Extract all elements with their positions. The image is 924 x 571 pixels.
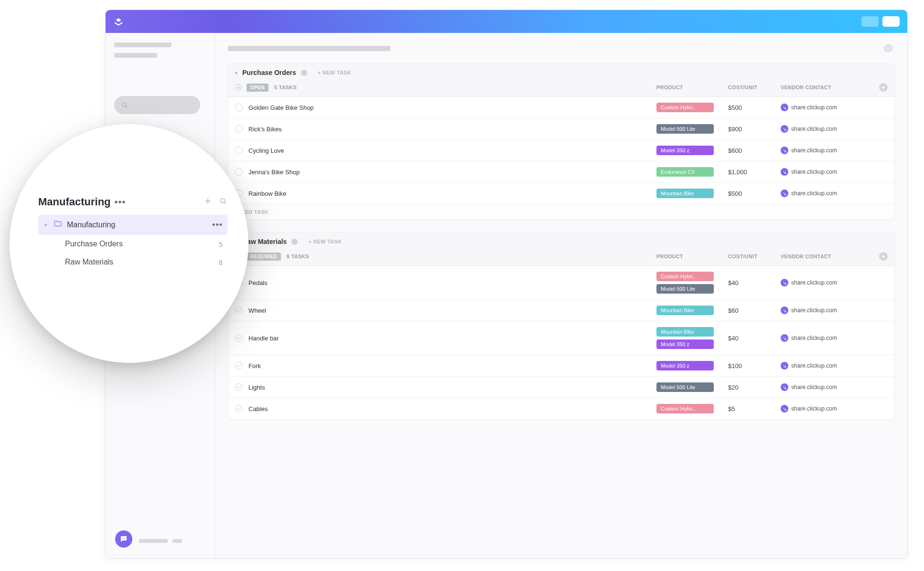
product-tag[interactable]: Mountain Bike: [656, 327, 714, 337]
vendor-cell[interactable]: ↘share.clickup.com: [781, 405, 876, 412]
product-tag[interactable]: Model 350 z: [656, 361, 714, 370]
task-row[interactable]: Cycling LoveModel 350 z$600↘share.clicku…: [228, 139, 894, 161]
product-cell[interactable]: Custom Hybri...Model 500 Lite: [656, 272, 728, 294]
vendor-cell[interactable]: ↘share.clickup.com: [781, 279, 876, 286]
task-row[interactable]: LightsModel 500 Lite$20↘share.clickup.co…: [228, 376, 894, 398]
check-icon[interactable]: [235, 168, 243, 176]
cost-cell[interactable]: $600: [728, 147, 781, 154]
vendor-link[interactable]: share.clickup.com: [791, 362, 837, 369]
product-cell[interactable]: Endurance C3: [656, 167, 728, 177]
product-cell[interactable]: Model 500 Lite: [656, 124, 728, 134]
cost-cell[interactable]: $500: [728, 104, 781, 111]
task-row[interactable]: Golden Gate Bike ShopCustom Hybri...$500…: [228, 96, 894, 118]
info-icon[interactable]: [301, 70, 307, 76]
chat-fab[interactable]: [115, 530, 132, 548]
vendor-link[interactable]: share.clickup.com: [791, 126, 837, 132]
check-icon[interactable]: [235, 334, 243, 342]
sidebar-search[interactable]: [114, 96, 200, 114]
vendor-link[interactable]: share.clickup.com: [791, 279, 837, 286]
product-cell[interactable]: Custom Hybri...: [656, 103, 728, 112]
vendor-link[interactable]: share.clickup.com: [791, 147, 837, 154]
check-icon[interactable]: [235, 307, 243, 314]
more-icon[interactable]: •••: [212, 220, 223, 230]
cost-cell[interactable]: $20: [728, 384, 781, 391]
vendor-link[interactable]: share.clickup.com: [791, 335, 837, 341]
product-tag[interactable]: Model 350 z: [656, 339, 714, 349]
vendor-cell[interactable]: ↘share.clickup.com: [781, 168, 876, 176]
sidebar-list-raw-materials[interactable]: Raw Materials 8: [38, 253, 227, 271]
product-tag[interactable]: Mountain Bike: [656, 189, 714, 198]
product-tag[interactable]: Model 500 Lite: [656, 382, 714, 392]
cost-cell[interactable]: $100: [728, 362, 781, 370]
check-icon[interactable]: [235, 104, 243, 111]
vendor-cell[interactable]: ↘share.clickup.com: [781, 383, 876, 391]
task-row[interactable]: Jenna's Bike ShopEndurance C3$1,000↘shar…: [228, 161, 894, 182]
check-icon[interactable]: [235, 383, 243, 391]
cost-cell[interactable]: $40: [728, 279, 781, 286]
vendor-link[interactable]: share.clickup.com: [791, 104, 837, 111]
product-cell[interactable]: Model 350 z: [656, 146, 728, 155]
product-cell[interactable]: Model 500 Lite: [656, 382, 728, 392]
product-tag[interactable]: Custom Hybri...: [656, 404, 714, 413]
vendor-cell[interactable]: ↘share.clickup.com: [781, 147, 876, 154]
task-row[interactable]: Rick's BikesModel 500 Lite$900↘share.cli…: [228, 118, 894, 139]
task-row[interactable]: Handle barMountain BikeModel 350 z$40↘sh…: [228, 321, 894, 355]
titlebar-pill[interactable]: [861, 16, 879, 27]
vendor-link[interactable]: share.clickup.com: [791, 190, 837, 197]
vendor-cell[interactable]: ↘share.clickup.com: [781, 334, 876, 342]
product-tag[interactable]: Model 500 Lite: [656, 284, 714, 294]
settings-button[interactable]: [881, 42, 895, 55]
vendor-link[interactable]: share.clickup.com: [791, 384, 837, 391]
vendor-cell[interactable]: ↘share.clickup.com: [781, 307, 876, 314]
product-tag[interactable]: Custom Hybri...: [656, 272, 714, 281]
product-cell[interactable]: Model 350 z: [656, 361, 728, 370]
titlebar-pill-solid[interactable]: [882, 16, 900, 27]
new-task-button[interactable]: + NEW TASK: [318, 70, 351, 75]
vendor-cell[interactable]: ↘share.clickup.com: [781, 104, 876, 111]
task-row[interactable]: Rainbow BikeMountain Bike$500↘share.clic…: [228, 182, 894, 204]
column-cost[interactable]: COST/UNIT: [728, 85, 781, 90]
column-cost[interactable]: COST/UNIT: [728, 254, 781, 259]
task-row[interactable]: ForkModel 350 z$100↘share.clickup.com: [228, 355, 894, 376]
cost-cell[interactable]: $40: [728, 335, 781, 342]
product-tag[interactable]: Endurance C3: [656, 167, 714, 177]
task-row[interactable]: WheelMountain Bike$60↘share.clickup.com: [228, 299, 894, 321]
product-cell[interactable]: Mountain Bike: [656, 306, 728, 315]
search-button[interactable]: [219, 197, 227, 207]
vendor-cell[interactable]: ↘share.clickup.com: [781, 362, 876, 370]
column-product[interactable]: PRODUCT: [656, 254, 728, 259]
sidebar-folder-manufacturing[interactable]: ▾ Manufacturing •••: [38, 215, 227, 235]
group-header[interactable]: ▾Purchase Orders+ NEW TASK: [228, 64, 894, 80]
add-task-button[interactable]: + ADD TASK: [228, 204, 894, 220]
product-cell[interactable]: Mountain BikeModel 350 z: [656, 327, 728, 349]
status-chip[interactable]: REQUIRED: [247, 253, 281, 261]
vendor-cell[interactable]: ↘share.clickup.com: [781, 190, 876, 197]
info-icon[interactable]: [291, 239, 298, 245]
cost-cell[interactable]: $1,000: [728, 169, 781, 176]
product-cell[interactable]: Mountain Bike: [656, 189, 728, 198]
task-row[interactable]: PedalsCustom Hybri...Model 500 Lite$40↘s…: [228, 265, 894, 299]
column-vendor[interactable]: VENDOR CONTACT: [781, 85, 876, 90]
vendor-cell[interactable]: ↘share.clickup.com: [781, 125, 876, 133]
vendor-link[interactable]: share.clickup.com: [791, 169, 837, 175]
product-tag[interactable]: Mountain Bike: [656, 306, 714, 315]
product-cell[interactable]: Custom Hybri...: [656, 404, 728, 413]
new-task-button[interactable]: + NEW TASK: [308, 239, 342, 244]
product-tag[interactable]: Model 500 Lite: [656, 124, 714, 134]
more-icon[interactable]: •••: [115, 197, 126, 207]
cost-cell[interactable]: $500: [728, 190, 781, 197]
sidebar-list-purchase-orders[interactable]: Purchase Orders 5: [38, 235, 227, 253]
add-column-button[interactable]: +: [879, 252, 888, 261]
column-product[interactable]: PRODUCT: [656, 85, 728, 90]
cost-cell[interactable]: $60: [728, 307, 781, 314]
product-tag[interactable]: Model 350 z: [656, 146, 714, 155]
cost-cell[interactable]: $900: [728, 126, 781, 133]
product-tag[interactable]: Custom Hybri...: [656, 103, 714, 112]
status-chip[interactable]: OPEN: [247, 84, 269, 92]
vendor-link[interactable]: share.clickup.com: [791, 405, 837, 412]
cost-cell[interactable]: $5: [728, 405, 781, 412]
check-icon[interactable]: [235, 405, 243, 412]
group-header[interactable]: ▾Raw Materials+ NEW TASK: [228, 233, 894, 249]
check-icon[interactable]: [235, 362, 243, 370]
add-button[interactable]: [204, 197, 212, 207]
